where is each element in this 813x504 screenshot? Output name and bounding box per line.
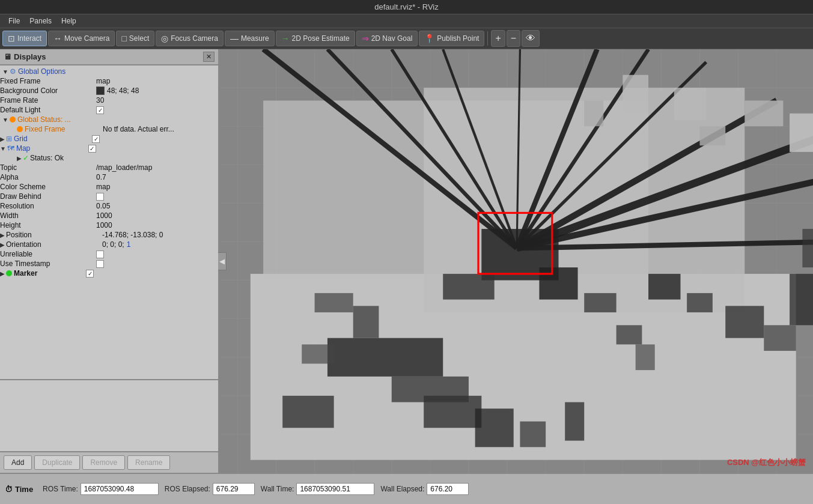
focus-camera-icon: ◎ (161, 34, 168, 43)
move-camera-icon: ↔ (53, 34, 62, 43)
orientation-one: 1 (127, 240, 131, 249)
marker-row[interactable]: ▶ Marker (0, 269, 218, 278)
rename-button[interactable]: Rename (127, 455, 170, 470)
viewport[interactable]: CSDN @红色小小螃蟹 (219, 49, 813, 473)
time-section-label: ⏱ Time (5, 485, 33, 494)
svg-rect-44 (539, 267, 577, 299)
svg-rect-48 (282, 396, 333, 428)
svg-rect-69 (302, 344, 333, 363)
draw-behind-prop: Draw Behind (0, 192, 218, 201)
svg-rect-56 (764, 325, 796, 351)
svg-rect-60 (744, 100, 783, 126)
map-status-row[interactable]: ▶ ✓ Status: Ok (0, 153, 218, 163)
add-button[interactable]: Add (4, 455, 32, 470)
ros-time-input[interactable] (81, 483, 159, 495)
ros-elapsed-group: ROS Elapsed: (165, 483, 255, 495)
2d-nav-goal-button[interactable]: ⇒ 2D Nav Goal (356, 31, 418, 46)
interact-button[interactable]: ⊡ Interact (2, 31, 47, 46)
publish-point-button[interactable]: 📍 Publish Point (419, 31, 484, 46)
wall-elapsed-label: Wall Elapsed: (380, 485, 424, 493)
svg-rect-51 (520, 422, 546, 448)
ros-time-group: ROS Time: (43, 483, 159, 495)
global-status-expand-arrow: ▼ (2, 117, 8, 123)
monitor-icon: 🖥 (4, 52, 11, 61)
map-row[interactable]: ▼ 🗺 Map (0, 144, 218, 153)
ros-time-label: ROS Time: (43, 485, 78, 493)
draw-behind-checkbox[interactable] (96, 193, 104, 201)
menu-help[interactable]: Help (56, 16, 81, 26)
orientation-value[interactable]: 0; 0; 0; (102, 240, 124, 249)
select-button[interactable]: □ Select (116, 31, 154, 46)
map-visualization (219, 49, 813, 473)
svg-rect-67 (315, 293, 353, 312)
frame-rate-prop: Frame Rate 30 (0, 96, 218, 105)
svg-rect-62 (700, 126, 726, 145)
nav-goal-icon: ⇒ (362, 34, 369, 43)
svg-rect-50 (475, 408, 514, 447)
svg-rect-68 (353, 306, 379, 338)
unreliable-prop: Unreliable (0, 249, 218, 259)
window-title: default.rviz* - RViz (374, 2, 438, 11)
global-status-row[interactable]: ▼ Global Status: ... (0, 115, 218, 124)
svg-rect-61 (790, 114, 813, 152)
use-timestamp-prop: Use Timestamp (0, 259, 218, 269)
map-status-checkmark: ✓ (23, 154, 29, 162)
sidebar-collapse-arrow[interactable]: ◀ (218, 252, 227, 270)
position-prop: ▶ Position -14.768; -13.038; 0 (0, 230, 218, 240)
menu-file[interactable]: File (4, 16, 25, 26)
wall-elapsed-input[interactable] (427, 483, 469, 495)
svg-rect-64 (623, 75, 648, 114)
position-expand-arrow: ▶ (0, 232, 5, 238)
ros-elapsed-input[interactable] (213, 483, 255, 495)
eye-button[interactable]: 👁 (522, 30, 540, 47)
duplicate-button[interactable]: Duplicate (34, 455, 80, 470)
displays-tree: ▼ ⚙ Global Options Fixed Frame map Backg… (0, 65, 218, 379)
global-status-fixed-frame-row[interactable]: Fixed Frame No tf data. Actual err... (0, 124, 218, 134)
marker-checkbox[interactable] (86, 270, 94, 278)
toolbar-separator (487, 31, 488, 46)
svg-rect-58 (802, 229, 813, 267)
orientation-expand-arrow: ▶ (0, 241, 5, 248)
use-timestamp-checkbox[interactable] (96, 260, 104, 268)
measure-button[interactable]: — Measure (225, 31, 275, 46)
marker-status-dot (6, 270, 12, 276)
add-tool-button[interactable]: + (491, 30, 505, 47)
global-status-dot (10, 117, 16, 123)
map-status-expand-arrow: ▶ (17, 155, 22, 162)
global-options-expand-arrow: ▼ (2, 68, 8, 75)
svg-rect-46 (327, 338, 443, 377)
svg-rect-71 (636, 344, 655, 370)
main-content: 🖥 Displays ✕ ▼ ⚙ Global Options Fixed Fr… (0, 49, 813, 473)
topic-prop: Topic /map_loader/map (0, 163, 218, 172)
background-color-prop: Background Color 48; 48; 48 (0, 86, 218, 96)
svg-rect-57 (790, 274, 813, 325)
svg-rect-65 (584, 100, 603, 126)
move-camera-button[interactable]: ↔ Move Camera (48, 31, 115, 46)
wall-time-group: Wall Time: (261, 483, 375, 495)
grid-row[interactable]: ▶ ⊞ Grid (0, 134, 218, 144)
default-light-checkbox[interactable] (96, 106, 104, 114)
unreliable-checkbox[interactable] (96, 250, 104, 258)
svg-rect-63 (674, 88, 706, 120)
map-checkbox[interactable] (88, 145, 96, 153)
time-bar: ⏱ Time ROS Time: ROS Elapsed: Wall Time:… (0, 473, 813, 504)
fixed-frame-status-dot (17, 126, 23, 132)
sidebar-close-button[interactable]: ✕ (203, 52, 215, 62)
global-options-row[interactable]: ▼ ⚙ Global Options (0, 67, 218, 76)
default-light-prop: Default Light (0, 105, 218, 115)
svg-rect-43 (443, 274, 494, 300)
color-scheme-prop: Color Scheme map (0, 182, 218, 192)
grid-checkbox[interactable] (92, 135, 100, 143)
menu-panels[interactable]: Panels (25, 16, 56, 26)
menu-bar: File Panels Help (0, 14, 813, 28)
focus-camera-button[interactable]: ◎ Focus Camera (156, 31, 224, 46)
sidebar-title: 🖥 Displays (4, 52, 46, 61)
height-prop: Height 1000 (0, 220, 218, 230)
remove-tool-button[interactable]: − (507, 30, 520, 47)
wall-time-input[interactable] (296, 483, 374, 495)
svg-rect-52 (565, 402, 584, 441)
map-expand-arrow: ▼ (0, 145, 6, 152)
svg-rect-53 (648, 274, 680, 300)
remove-button[interactable]: Remove (82, 455, 125, 470)
2d-pose-estimate-button[interactable]: → 2D Pose Estimate (276, 31, 355, 46)
